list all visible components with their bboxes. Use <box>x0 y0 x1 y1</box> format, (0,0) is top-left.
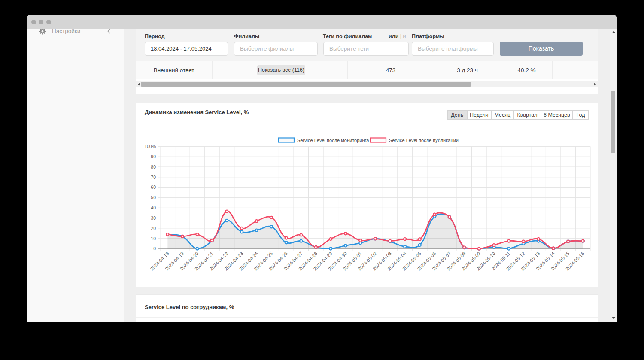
svg-text:30: 30 <box>151 215 156 221</box>
svg-text:Service Level после публикации: Service Level после публикации <box>389 138 459 143</box>
svg-text:10: 10 <box>151 236 156 241</box>
svg-text:Service Level после мониторинг: Service Level после мониторинга <box>297 138 369 143</box>
svg-text:100%: 100% <box>144 144 156 149</box>
svg-text:20: 20 <box>151 226 156 231</box>
svg-text:70: 70 <box>151 175 156 180</box>
svg-text:90: 90 <box>151 154 156 159</box>
svg-text:0: 0 <box>153 246 156 251</box>
svg-text:80: 80 <box>151 164 156 169</box>
svg-text:50: 50 <box>151 195 156 200</box>
svg-text:60: 60 <box>151 185 156 190</box>
svg-text:40: 40 <box>151 205 156 210</box>
